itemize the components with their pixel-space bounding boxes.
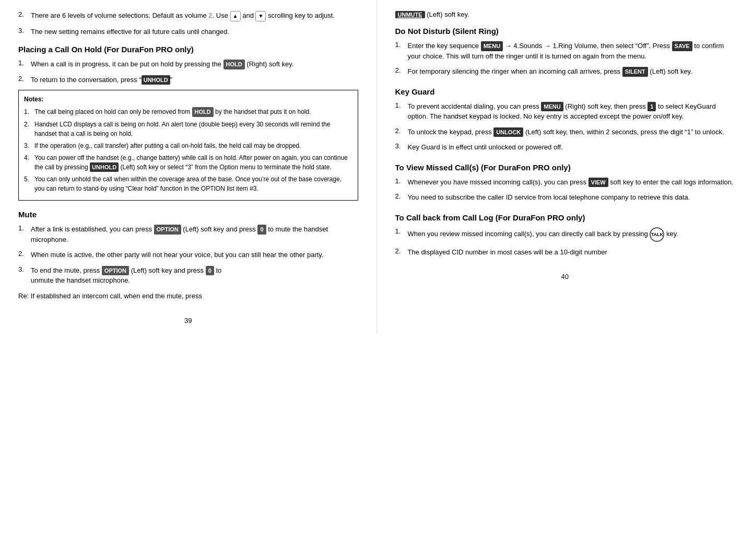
note-4-num: 4. — [24, 153, 32, 162]
keyguard-item-2: 2. To unlock the keypad, press UNLOCK (L… — [395, 127, 735, 137]
save-badge: SAVE — [672, 41, 692, 51]
hold-text-2b: ” — [170, 76, 172, 84]
and-text: and — [242, 11, 255, 19]
pages-wrapper: 2. There are 6 levels of volume selectio… — [0, 0, 753, 335]
volume-highlight: 2 — [208, 11, 212, 19]
volume-text-1: There are 6 levels of volume selections.… — [31, 11, 208, 19]
hold-item-1: 1. When a call is in progress, it can be… — [18, 59, 358, 69]
hold-badge-1: HOLD — [223, 60, 245, 69]
left-page-number: 39 — [18, 317, 358, 324]
keyguard-item-3: 3. Key Guard is in effect until unlocked… — [395, 142, 735, 153]
dnd-item-2-content: For temporary silencing the ringer when … — [408, 66, 735, 77]
call-back-item-1: 1. When you review missed incoming call(… — [395, 227, 735, 242]
menu-badge-2: MENU — [541, 102, 563, 112]
mute-item-1-num: 1. — [18, 224, 28, 232]
num-badge-1: 1 — [648, 102, 656, 112]
note-2-content: Handset LCD displays a call is being on … — [34, 120, 352, 138]
keyguard-item-2-content: To unlock the keypad, press UNLOCK (Left… — [408, 127, 735, 137]
dnd-item-1: 1. Enter the key sequence MENU → 4.Sound… — [395, 41, 735, 61]
dnd-item-2-num: 2. — [395, 66, 405, 74]
hold-item-2: 2. To return to the conversation, press … — [18, 75, 358, 85]
hold-item-1-num: 1. — [18, 59, 28, 67]
notes-box: Notes: 1. The call being placed on hold … — [18, 90, 358, 201]
keyguard-item-1: 1. To prevent accidental dialing, you ca… — [395, 101, 735, 122]
hold-item-2-num: 2. — [18, 75, 28, 83]
mute-item-3-num: 3. — [18, 265, 28, 273]
item-number-2: 2. — [18, 10, 28, 18]
view-missed-item-1-content: Whenever you have missed incoming call(s… — [408, 177, 735, 188]
unhold-badge-note: UNHOLD — [90, 162, 119, 172]
hold-text-2: To return to the conversation, press “ — [31, 76, 142, 84]
note-3: 3. If the operation (e.g., call transfer… — [24, 141, 352, 150]
view-missed-item-2: 2. You need to subscribe the caller ID s… — [395, 192, 735, 203]
right-page-number: 40 — [395, 273, 735, 281]
note-1-num: 1. — [24, 107, 32, 116]
menu-badge-1: MENU — [481, 41, 503, 51]
unlock-badge: UNLOCK — [493, 127, 523, 137]
dnd-item-1-content: Enter the key sequence MENU → 4.Sounds →… — [408, 41, 735, 61]
silent-badge: SILENT — [622, 67, 648, 77]
item-number-3: 3. — [18, 27, 28, 34]
keyguard-item-1-content: To prevent accidental dialing, you can p… — [408, 101, 735, 122]
note-2-num: 2. — [24, 120, 32, 129]
hold-item-1-content: When a call is in progress, it can be pu… — [31, 59, 358, 69]
note-5-num: 5. — [24, 174, 32, 184]
call-back-item-2-content: The displayed CID number in most cases w… — [408, 247, 735, 258]
view-badge: VIEW — [589, 178, 608, 188]
item-content-3: The new setting remains effective for al… — [31, 27, 358, 37]
call-back-item-1-content: When you review missed incoming call(s),… — [408, 227, 735, 242]
note-4: 4. You can power off the handset (e.g., … — [24, 153, 352, 172]
view-missed-heading: To View Missed Call(s) (For DuraFon PRO … — [395, 163, 735, 172]
call-back-item-2-num: 2. — [395, 247, 405, 255]
view-missed-item-1-num: 1. — [395, 177, 405, 185]
key-guard-heading: Key Guard — [395, 87, 735, 96]
mute-heading: Mute — [18, 210, 358, 219]
right-page: UNMUTE (Left) soft key. Do Not Disturb (… — [377, 0, 754, 335]
placing-hold-heading: Placing a Call On Hold (For DuraFon PRO … — [18, 45, 358, 54]
mute-item-3-content: To end the mute, press OPTION (Left) sof… — [31, 265, 358, 286]
view-missed-item-2-content: You need to subscribe the caller ID serv… — [408, 192, 735, 203]
zero-badge-2: 0 — [206, 266, 214, 276]
note-3-num: 3. — [24, 141, 32, 150]
call-back-heading: To Call back from Call Log (For DuraFon … — [395, 213, 735, 222]
hold-text-1b: (Right) soft key. — [246, 60, 293, 68]
unmute-line: UNMUTE (Left) soft key. — [395, 10, 735, 18]
keyguard-item-3-num: 3. — [395, 142, 405, 150]
unmute-text: (Left) soft key. — [425, 10, 469, 18]
volume-text-2: . Use — [213, 11, 228, 19]
call-back-item-2: 2. The displayed CID number in most case… — [395, 247, 735, 258]
option-badge-1: OPTION — [154, 225, 181, 235]
scroll-down-icon: ▼ — [255, 11, 266, 21]
scrolling-text: scrolling key to adjust. — [268, 11, 335, 19]
mute-item-1: 1. After a link is established, you can … — [18, 224, 358, 244]
dnd-item-1-num: 1. — [395, 41, 405, 49]
note-4-content: You can power off the handset (e.g., cha… — [34, 153, 352, 172]
view-missed-item-1: 1. Whenever you have missed incoming cal… — [395, 177, 735, 188]
scroll-up-icon: ▲ — [230, 11, 241, 21]
re-if-text: Re: If established an intercom call, whe… — [18, 291, 358, 301]
mute-item-1-content: After a link is established, you can pre… — [31, 224, 358, 244]
volume-item-2: 2. There are 6 levels of volume selectio… — [18, 10, 358, 21]
hold-item-2-content: To return to the conversation, press “UN… — [31, 75, 358, 85]
notes-title: Notes: — [24, 95, 352, 104]
hold-badge-note: HOLD — [192, 107, 214, 117]
note-1-content: The call being placed on hold can only b… — [34, 107, 352, 117]
note-5-content: You can only unhold the call when within… — [34, 174, 352, 193]
keyguard-item-2-num: 2. — [395, 127, 405, 135]
zero-badge-1: 0 — [257, 225, 266, 235]
dnd-item-2: 2. For temporary silencing the ringer wh… — [395, 66, 735, 77]
hold-text-1: When a call is in progress, it can be pu… — [31, 60, 221, 68]
call-back-item-1-num: 1. — [395, 227, 405, 235]
mute-item-3: 3. To end the mute, press OPTION (Left) … — [18, 265, 358, 286]
note-2: 2. Handset LCD displays a call is being … — [24, 120, 352, 138]
mute-item-2-num: 2. — [18, 250, 28, 258]
mute-item-2: 2. When mute is active, the other party … — [18, 250, 358, 260]
note-1: 1. The call being placed on hold can onl… — [24, 107, 352, 117]
option-badge-2: OPTION — [102, 266, 129, 276]
dnd-heading: Do Not Disturb (Silent Ring) — [395, 27, 735, 36]
keyguard-item-3-content: Key Guard is in effect until unlocked or… — [408, 142, 735, 153]
left-page: 2. There are 6 levels of volume selectio… — [0, 0, 377, 335]
view-missed-item-2-num: 2. — [395, 192, 405, 200]
note-3-content: If the operation (e.g., call transfer) a… — [34, 141, 352, 150]
volume-item-3: 3. The new setting remains effective for… — [18, 27, 358, 37]
